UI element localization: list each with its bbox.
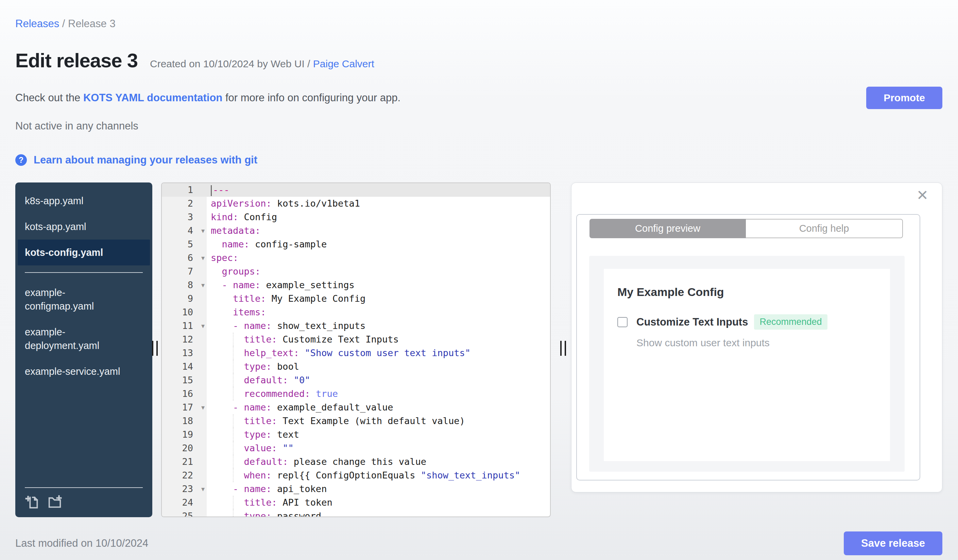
code-line-6[interactable]: 6▾spec:: [162, 251, 550, 265]
folder-plus-icon: [47, 506, 63, 511]
line-number: 7: [162, 265, 207, 278]
file-plus-icon: [25, 506, 40, 511]
code-text: default: "0": [207, 373, 550, 387]
code-line-21[interactable]: 21 default: please change this value: [162, 455, 550, 468]
code-line-14[interactable]: 14 type: bool: [162, 360, 550, 373]
code-line-10[interactable]: 10 items:: [162, 305, 550, 319]
created-prefix: Created on 10/10/2024 by Web UI /: [150, 58, 313, 69]
file-sidebar: k8s-app.yamlkots-app.yamlkots-config.yam…: [15, 182, 152, 517]
code-line-19[interactable]: 19 type: text: [162, 428, 550, 441]
chevron-down-icon[interactable]: ▾: [201, 319, 205, 333]
doc-prefix: Check out the: [15, 92, 83, 104]
line-number: 25: [162, 509, 207, 517]
chevron-down-icon[interactable]: ▾: [201, 278, 205, 292]
code-line-2[interactable]: 2apiVersion: kots.io/v1beta1: [162, 197, 550, 210]
code-text: default: please change this value: [207, 455, 550, 468]
sidebar-file-example-configmap-yaml[interactable]: example- configmap.yaml: [15, 280, 152, 319]
new-folder-button[interactable]: [47, 494, 63, 510]
line-number: 23▾: [162, 482, 207, 496]
breadcrumb-separator: /: [59, 18, 68, 30]
sidebar-file-example-service-yaml[interactable]: example-service.yaml: [15, 359, 152, 384]
code-line-17[interactable]: 17▾ - name: example_default_value: [162, 401, 550, 414]
breadcrumb: Releases / Release 3: [15, 18, 942, 30]
author-link[interactable]: Paige Calvert: [313, 58, 374, 69]
git-row: ? Learn about managing your releases wit…: [15, 154, 942, 166]
customize-text-inputs-checkbox[interactable]: [617, 317, 628, 327]
code-text: title: Text Example (with default value): [207, 414, 550, 428]
config-group-title: My Example Config: [617, 285, 890, 299]
channels-status: Not active in any channels: [15, 120, 942, 132]
code-line-18[interactable]: 18 title: Text Example (with default val…: [162, 414, 550, 428]
code-text: - name: api_token: [207, 482, 550, 496]
code-text: - name: example_settings: [207, 278, 550, 292]
promote-button[interactable]: Promote: [866, 87, 942, 109]
kots-yaml-doc-link[interactable]: KOTS YAML documentation: [83, 92, 222, 104]
line-number: 20: [162, 441, 207, 455]
sidebar-spacer: [15, 384, 152, 487]
config-preview-card: My Example Config Customize Text Inputs …: [604, 269, 890, 461]
page: Releases / Release 3 Edit release 3 Crea…: [0, 0, 958, 560]
code-line-13[interactable]: 13 help_text: "Show custom user text inp…: [162, 346, 550, 360]
code-line-5[interactable]: 5 name: config-sample: [162, 237, 550, 251]
line-number: 3: [162, 210, 207, 224]
code-text: apiVersion: kots.io/v1beta1: [207, 197, 550, 210]
footer: Last modified on 10/10/2024 Save release: [15, 532, 942, 555]
code-line-9[interactable]: 9 title: My Example Config: [162, 292, 550, 305]
code-line-16[interactable]: 16 recommended: true: [162, 387, 550, 401]
sidebar-file-kots-app-yaml[interactable]: kots-app.yaml: [15, 214, 152, 240]
code-line-4[interactable]: 4▾metadata:: [162, 224, 550, 237]
file-list: k8s-app.yamlkots-app.yamlkots-config.yam…: [15, 188, 152, 384]
line-number: 9: [162, 292, 207, 305]
line-number: 6▾: [162, 251, 207, 265]
code-line-15[interactable]: 15 default: "0": [162, 373, 550, 387]
code-line-23[interactable]: 23▾ - name: api_token: [162, 482, 550, 496]
breadcrumb-releases-link[interactable]: Releases: [15, 18, 59, 30]
sidebar-file-k8s-app-yaml[interactable]: k8s-app.yaml: [15, 188, 152, 214]
close-icon: ✕: [917, 187, 928, 203]
line-number: 16: [162, 387, 207, 401]
tab-config-preview[interactable]: Config preview: [590, 219, 746, 238]
code-line-12[interactable]: 12 title: Customize Text Inputs: [162, 333, 550, 346]
chevron-down-icon[interactable]: ▾: [201, 482, 205, 496]
chevron-down-icon[interactable]: ▾: [201, 251, 205, 265]
line-number: 22: [162, 468, 207, 482]
code-line-11[interactable]: 11▾ - name: show_text_inputs: [162, 319, 550, 333]
code-line-1[interactable]: 1---: [162, 183, 550, 197]
code-text: metadata:: [207, 224, 550, 237]
code-line-8[interactable]: 8▾ - name: example_settings: [162, 278, 550, 292]
line-number: 8▾: [162, 278, 207, 292]
line-number: 10: [162, 305, 207, 319]
resize-handle-left[interactable]: [152, 341, 158, 356]
tab-config-help[interactable]: Config help: [746, 219, 903, 238]
config-panel: ✕ Config preview Config help My Example …: [571, 182, 942, 492]
code-text: title: API token: [207, 496, 550, 509]
line-number: 2: [162, 197, 207, 210]
code-editor[interactable]: 1---2apiVersion: kots.io/v1beta13kind: C…: [161, 182, 551, 517]
code-line-25[interactable]: 25 type: password: [162, 509, 550, 517]
code-line-7[interactable]: 7 groups:: [162, 265, 550, 278]
sidebar-file-kots-config-yaml[interactable]: kots-config.yaml: [18, 240, 150, 266]
sidebar-file-example-deployment-yaml[interactable]: example- deployment.yaml: [15, 319, 152, 359]
chevron-down-icon[interactable]: ▾: [201, 401, 205, 414]
code-text: value: "": [207, 441, 550, 455]
recommended-badge: Recommended: [754, 314, 827, 330]
code-text: kind: Config: [207, 210, 550, 224]
code-text: - name: example_default_value: [207, 401, 550, 414]
resize-handle-right[interactable]: [560, 341, 566, 356]
new-file-button[interactable]: [25, 494, 40, 510]
code-line-22[interactable]: 22 when: repl{{ ConfigOptionEquals "show…: [162, 468, 550, 482]
close-panel-button[interactable]: ✕: [917, 188, 928, 202]
line-number: 17▾: [162, 401, 207, 414]
config-item-help-text: Show custom user text inputs: [636, 337, 890, 349]
git-releases-link[interactable]: Learn about managing your releases with …: [34, 154, 257, 166]
code-line-20[interactable]: 20 value: "": [162, 441, 550, 455]
code-text: recommended: true: [207, 387, 550, 401]
workspace: k8s-app.yamlkots-app.yamlkots-config.yam…: [15, 182, 942, 517]
config-tabs: Config preview Config help: [590, 219, 903, 238]
created-text: Created on 10/10/2024 by Web UI / Paige …: [150, 58, 374, 70]
chevron-down-icon[interactable]: ▾: [201, 224, 205, 237]
code-line-24[interactable]: 24 title: API token: [162, 496, 550, 509]
title-row: Edit release 3 Created on 10/10/2024 by …: [15, 49, 942, 72]
code-line-3[interactable]: 3kind: Config: [162, 210, 550, 224]
save-release-button[interactable]: Save release: [844, 532, 942, 555]
